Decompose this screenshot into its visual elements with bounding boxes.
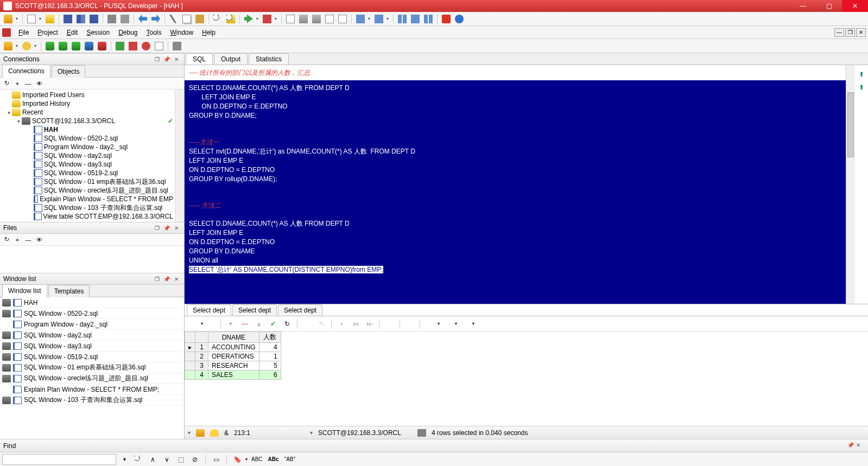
collapse-icon[interactable]: ▾ xyxy=(5,110,12,116)
sql-window-button[interactable] xyxy=(354,13,366,25)
dropdown-icon[interactable]: ▾ xyxy=(14,40,20,52)
tree-item[interactable]: Program Window - day2._sql xyxy=(0,143,184,151)
refresh-button[interactable]: ↻ xyxy=(281,318,294,330)
connections-tree[interactable]: Imported Fixed Users Imported History ▾R… xyxy=(0,90,184,222)
connections-tab[interactable]: Connections xyxy=(2,65,50,78)
post-button[interactable]: ▲ xyxy=(252,318,265,330)
nav-up-icon[interactable]: ⬆ xyxy=(859,71,864,78)
tree-label[interactable]: Recent xyxy=(22,108,43,116)
minus-icon[interactable]: — xyxy=(24,235,33,244)
panel-restore-button[interactable]: ❐ xyxy=(153,224,161,232)
panel-pin-button[interactable]: 📌 xyxy=(162,224,171,232)
close-button[interactable]: ✕ xyxy=(842,0,868,12)
mdi-restore-button[interactable]: ❐ xyxy=(845,28,855,37)
cut-button[interactable] xyxy=(168,13,180,25)
window-list-item[interactable]: SQL Window - 0520-2.sql xyxy=(0,308,184,319)
open-button[interactable] xyxy=(44,13,56,25)
connect-button[interactable] xyxy=(2,13,14,25)
mdi-minimize-button[interactable]: — xyxy=(834,28,844,37)
bookmark-button[interactable]: 🔖 xyxy=(231,454,243,465)
tree-item[interactable]: SQL Window - orecle练习题_进阶_题目.sql xyxy=(0,186,184,195)
whole-word-button[interactable]: ABc xyxy=(267,454,281,465)
tree-item[interactable]: SQL Window - 0519-2.sql xyxy=(0,169,184,177)
paste-button[interactable] xyxy=(194,13,206,25)
find-input[interactable] xyxy=(2,454,116,465)
compile-invalid-button[interactable] xyxy=(127,40,139,52)
execute-button[interactable] xyxy=(243,13,255,25)
result-tab-1[interactable]: Select dept xyxy=(187,304,231,316)
panel-close-button[interactable]: ✕ xyxy=(856,442,865,450)
window-list-item[interactable]: SQL Window - 01 emp表基础练习题36.sql xyxy=(0,362,184,373)
scrollbar[interactable] xyxy=(175,90,184,222)
tools-button[interactable] xyxy=(171,40,183,52)
help-menu[interactable]: Help xyxy=(198,27,220,39)
clear-button[interactable]: ⊘ xyxy=(189,454,201,465)
dropdown-icon[interactable]: ▾ xyxy=(255,13,260,25)
mdi-close-button[interactable]: ✕ xyxy=(856,28,866,37)
tile-button[interactable] xyxy=(396,13,408,25)
debug-run-button[interactable] xyxy=(153,40,165,52)
panel-close-button[interactable]: ✕ xyxy=(172,224,181,232)
select-window-button[interactable]: ▭ xyxy=(210,454,222,465)
plus-icon[interactable]: + xyxy=(13,235,22,244)
last-record-button[interactable]: ⏭ xyxy=(363,318,376,330)
tree-item[interactable]: HAH xyxy=(0,125,184,134)
session-menu[interactable]: Session xyxy=(82,27,114,39)
color-button[interactable] xyxy=(441,318,454,330)
toggle-breakpoint-button[interactable] xyxy=(140,40,152,52)
plus-icon[interactable]: + xyxy=(13,79,22,88)
rollback-db-button[interactable] xyxy=(70,40,82,52)
print-button[interactable] xyxy=(106,13,118,25)
dropdown-icon[interactable]: ▾ xyxy=(33,40,38,52)
dropdown-icon[interactable]: ▾ xyxy=(273,13,278,25)
result-tab-3[interactable]: Select dept xyxy=(278,304,322,316)
lock-button[interactable] xyxy=(383,318,396,330)
files-body[interactable] xyxy=(0,246,184,273)
minus-icon[interactable]: — xyxy=(24,79,33,88)
find-dropdown-icon[interactable]: ▾ xyxy=(118,454,130,465)
commit-db-button[interactable] xyxy=(57,40,69,52)
find-button[interactable] xyxy=(301,318,314,330)
window-list-item[interactable]: SQL Window - orecle练习题_进阶_题目.sql xyxy=(0,373,184,384)
dropdown-icon[interactable]: ▾ xyxy=(37,13,43,25)
file-menu[interactable]: File xyxy=(14,27,33,39)
dropdown-icon[interactable]: ▾ xyxy=(385,13,390,25)
collapse-icon[interactable]: ▾ xyxy=(15,118,22,124)
tree-label[interactable]: SCOTT@192.168.3.3/ORCL xyxy=(32,117,115,125)
find-next-icon[interactable] xyxy=(132,454,144,465)
minimize-button[interactable]: — xyxy=(790,0,816,12)
tile-h-button[interactable] xyxy=(422,13,434,25)
cell-count[interactable]: 5 xyxy=(259,361,281,371)
redo-button[interactable] xyxy=(150,13,162,25)
cancel-button[interactable]: ✔ xyxy=(267,318,280,330)
panel-pin-button[interactable]: 📌 xyxy=(847,442,856,450)
grid-view-button[interactable] xyxy=(187,318,200,330)
output-tab[interactable]: Output xyxy=(214,53,248,65)
panel-close-button[interactable]: ✕ xyxy=(172,55,181,63)
dropdown-icon[interactable]: ▾ xyxy=(188,430,191,436)
cell-count[interactable]: 4 xyxy=(259,343,281,352)
window-list-item[interactable]: SQL Window - day2.sql xyxy=(0,330,184,341)
first-record-button[interactable]: ⏮ xyxy=(349,318,362,330)
maximize-button[interactable]: ▢ xyxy=(816,0,842,12)
oracle-button[interactable] xyxy=(440,13,452,25)
explain-button[interactable] xyxy=(284,13,296,25)
regex-button[interactable]: "AB" xyxy=(283,454,297,465)
edit-button[interactable]: ✎ xyxy=(315,318,328,330)
export-save-button[interactable] xyxy=(403,318,416,330)
statistics-tab[interactable]: Statistics xyxy=(249,53,289,65)
tree-item[interactable]: Explain Plan Window - SELECT * FROM EMP xyxy=(0,195,184,203)
uncomment-button[interactable] xyxy=(337,13,349,25)
project-menu[interactable]: Project xyxy=(33,27,62,39)
refresh-icon[interactable]: ↻ xyxy=(2,79,11,88)
cell-dname[interactable]: RESEARCH xyxy=(208,361,259,371)
window-list-item[interactable]: SQL Window - 0519-2.sql xyxy=(0,352,184,362)
find-next-button[interactable]: ∨ xyxy=(161,454,173,465)
table-row[interactable]: 3RESEARCH5 xyxy=(185,361,281,371)
dropdown-icon[interactable]: ▾ xyxy=(310,430,313,436)
result-grid[interactable]: DNAME 人数 ▸1ACCOUNTING42OPERATIONS13RESEA… xyxy=(185,331,868,426)
templates-tab[interactable]: Templates xyxy=(48,285,90,297)
single-record-button[interactable] xyxy=(204,318,217,330)
comment-button[interactable] xyxy=(324,13,335,25)
refresh-icon[interactable]: ↻ xyxy=(2,235,11,244)
